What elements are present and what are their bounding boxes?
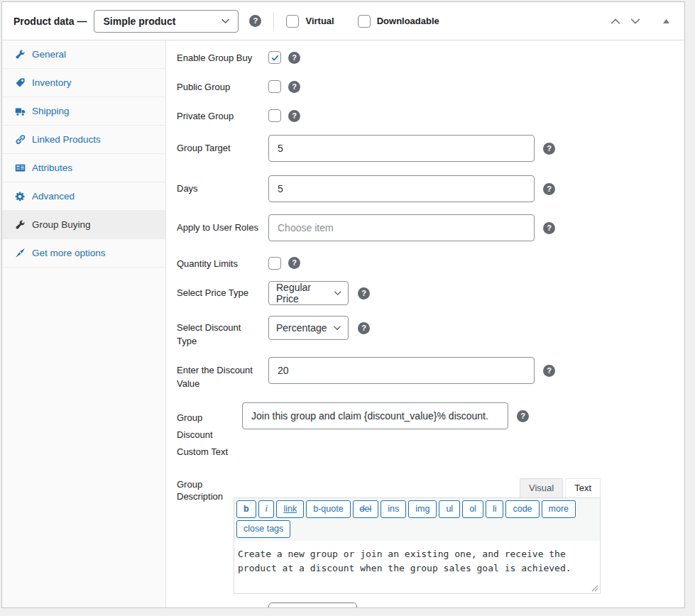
- enable-group-buy-checkbox[interactable]: [268, 51, 281, 64]
- field-label: Public Group: [177, 79, 268, 94]
- quicktag-code-button[interactable]: code: [505, 500, 539, 518]
- tab-inventory[interactable]: Inventory: [2, 69, 165, 97]
- toggle-panel-button[interactable]: [658, 15, 674, 27]
- start-date-value: dd/mm/yyyy: [277, 607, 332, 607]
- tab-label: Shipping: [32, 106, 70, 116]
- tab-get-more-options[interactable]: Get more options: [2, 239, 165, 268]
- quantity-limits-checkbox[interactable]: [268, 257, 281, 270]
- quantity-limits-row: Quantity Limits ?: [177, 256, 684, 271]
- virtual-checkbox[interactable]: [286, 15, 299, 28]
- truck-icon: [15, 106, 26, 116]
- quicktag-ul-button[interactable]: ul: [439, 500, 460, 518]
- page: Product data — Simple product ? Virtual …: [0, 0, 695, 616]
- quicktag-blockquote-button[interactable]: b-quote: [306, 500, 350, 518]
- quicktag-img-button[interactable]: img: [408, 500, 437, 518]
- chevron-down-icon: [221, 16, 230, 26]
- virtual-checkbox-label[interactable]: Virtual: [286, 15, 334, 28]
- move-down-button[interactable]: [625, 13, 645, 29]
- downloadable-checkbox-label[interactable]: Downloadable: [358, 15, 439, 28]
- field-label: Private Group: [177, 109, 268, 123]
- help-icon[interactable]: ?: [517, 410, 529, 422]
- gear-icon: [15, 191, 26, 202]
- quicktag-close-tags-button[interactable]: close tags: [236, 520, 290, 538]
- public-group-checkbox[interactable]: [268, 80, 281, 93]
- tab-label: Group Buying: [32, 219, 91, 230]
- tab-linked-products[interactable]: Linked Products: [2, 126, 165, 154]
- wrench-icon: [15, 219, 26, 230]
- start-date-input[interactable]: dd/mm/yyyy: [268, 603, 357, 607]
- help-icon[interactable]: ?: [358, 322, 370, 334]
- quicktag-bold-button[interactable]: b: [236, 500, 256, 518]
- metabox-handle-actions: [606, 13, 674, 29]
- quicktag-del-button[interactable]: del: [353, 500, 379, 518]
- price-type-select[interactable]: Regular Price: [268, 281, 349, 305]
- field-label: Quantity Limits: [177, 256, 268, 271]
- help-icon[interactable]: ?: [288, 257, 300, 269]
- private-group-checkbox[interactable]: [268, 109, 281, 122]
- textarea-resize-handle[interactable]: [591, 585, 598, 592]
- description-textarea[interactable]: Create a new group or join an existing o…: [234, 541, 600, 593]
- discount-value-row: Enter the Discount Value ?: [177, 357, 684, 391]
- quicktag-italic-button[interactable]: i: [258, 500, 275, 518]
- downloadable-checkbox[interactable]: [358, 15, 371, 28]
- tab-label: Get more options: [32, 248, 106, 258]
- tab-attributes[interactable]: Attributes: [2, 154, 165, 182]
- help-icon[interactable]: ?: [543, 365, 555, 377]
- field-label: Days: [177, 175, 268, 202]
- move-up-button[interactable]: [606, 13, 625, 29]
- help-icon[interactable]: ?: [543, 143, 555, 155]
- group-target-row: Group Target ?: [177, 135, 684, 162]
- help-icon[interactable]: ?: [288, 81, 300, 93]
- editor-mode-tabs: Visual Text: [234, 478, 601, 497]
- tab-text[interactable]: Text: [565, 478, 601, 497]
- tab-label: Linked Products: [32, 134, 101, 145]
- quicktags-row-1: b i link b-quote del ins img ul ol li: [236, 500, 598, 518]
- tab-general[interactable]: General: [2, 40, 165, 69]
- header-divider: [273, 12, 274, 31]
- tab-label: Inventory: [32, 77, 72, 88]
- quicktag-link-button[interactable]: link: [276, 500, 304, 518]
- metabox-header: Product data — Simple product ? Virtual …: [2, 2, 684, 40]
- field-label: Group Target: [177, 135, 268, 162]
- help-icon[interactable]: ?: [543, 222, 555, 234]
- field-label: Group Discount Custom Text: [177, 402, 242, 461]
- editor-container: b i link b-quote del ins img ul ol li: [234, 497, 601, 594]
- field-label: Start Date of Rule: [177, 603, 268, 607]
- metabox-title: Product data —: [13, 16, 87, 27]
- product-type-help-icon[interactable]: ?: [249, 15, 261, 27]
- price-type-value: Regular Price: [276, 282, 334, 304]
- discount-type-select[interactable]: Percentage: [268, 316, 349, 340]
- apply-to-user-roles-input[interactable]: [268, 214, 535, 241]
- days-input[interactable]: [268, 175, 535, 202]
- quicktag-li-button[interactable]: li: [486, 500, 504, 518]
- enable-group-buy-row: Enable Group Buy ?: [177, 50, 684, 65]
- triangle-up-icon: [662, 18, 670, 24]
- help-icon[interactable]: ?: [288, 110, 300, 122]
- tab-group-buying[interactable]: Group Buying: [2, 211, 165, 239]
- group-target-input[interactable]: [268, 135, 535, 162]
- help-icon[interactable]: ?: [288, 52, 300, 64]
- wrench-icon: [15, 49, 26, 60]
- link-icon: [15, 134, 26, 145]
- tab-visual[interactable]: Visual: [520, 478, 563, 497]
- discount-type-value: Percentage: [276, 322, 327, 334]
- help-icon[interactable]: ?: [358, 287, 370, 299]
- custom-text-row: Group Discount Custom Text ?: [177, 402, 684, 461]
- quicktags-row-2: close tags: [236, 520, 598, 538]
- chevron-down-icon: [333, 324, 341, 332]
- tab-label: General: [32, 49, 66, 60]
- quicktag-more-button[interactable]: more: [542, 500, 576, 518]
- tab-label: Attributes: [32, 163, 72, 173]
- tag-icon: [15, 77, 26, 88]
- chevron-up-icon: [610, 16, 621, 26]
- discount-type-row: Select Discount Type Percentage ?: [177, 316, 684, 348]
- checkmark-icon: [270, 53, 280, 62]
- tab-shipping[interactable]: Shipping: [2, 97, 165, 126]
- discount-value-input[interactable]: [268, 357, 535, 384]
- quicktag-ins-button[interactable]: ins: [381, 500, 406, 518]
- quicktag-ol-button[interactable]: ol: [462, 500, 483, 518]
- product-type-select[interactable]: Simple product: [94, 10, 239, 33]
- help-icon[interactable]: ?: [543, 183, 555, 195]
- tab-advanced[interactable]: Advanced: [2, 182, 165, 211]
- custom-text-input[interactable]: [242, 402, 508, 429]
